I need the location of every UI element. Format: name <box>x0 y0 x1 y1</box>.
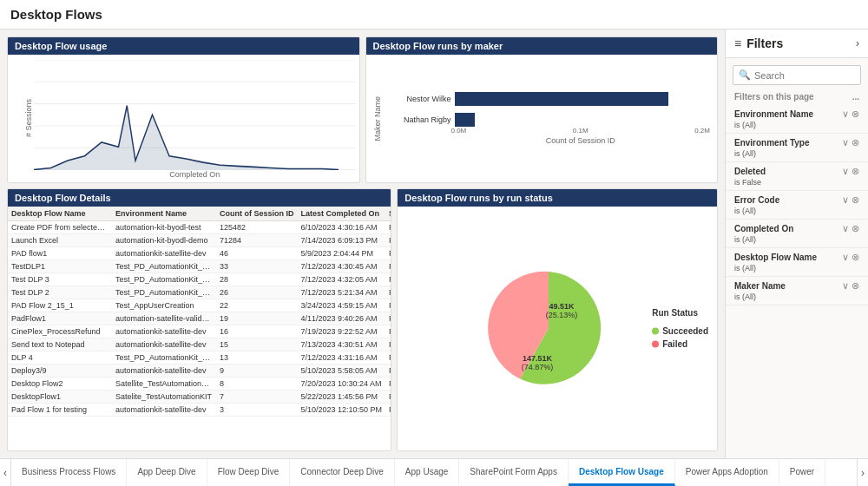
legend-dot-failed <box>652 340 659 347</box>
page-header: Desktop Flows <box>0 0 868 30</box>
usage-y-label: # Sessions <box>24 99 33 137</box>
maker-card-title: Desktop Flow runs by maker <box>366 37 718 55</box>
table-row: CinePlex_ProcessRefundautomationkit-sate… <box>8 325 391 338</box>
table-row: PAD Flow 2_15_1Test_AppUserCreation223/2… <box>8 299 391 312</box>
table-row: Create PDF from selected PDF page(s) - C… <box>8 220 391 233</box>
filters-on-page-label: Filters on this page ... <box>726 92 868 105</box>
table-scroll[interactable]: Desktop Flow Name Environment Name Count… <box>8 207 391 450</box>
pie-svg: 49.51K (25.13%) 147.51K (74.87%) <box>475 259 640 397</box>
table-row: Send text to Notepadautomationkit-satell… <box>8 338 391 351</box>
legend-label-failed: Failed <box>662 339 687 349</box>
col-env-name: Environment Name <box>112 207 216 221</box>
search-box[interactable]: 🔍 <box>733 65 861 85</box>
tab-bar-left-arrow[interactable]: ‹ <box>0 459 11 486</box>
maker-row-nestor: Nestor Wilke <box>389 92 707 106</box>
maker-bar-fill-nestor <box>455 92 669 106</box>
filter-icon: ≡ <box>734 36 741 50</box>
details-table: Desktop Flow Name Environment Name Count… <box>8 207 391 417</box>
tab-power[interactable]: Power <box>779 459 825 486</box>
table-row: DesktopFlow1Satelite_TestAutomationKIT75… <box>8 390 391 403</box>
main-area: Desktop Flow usage # Sessions <box>0 30 868 458</box>
search-icon: 🔍 <box>739 69 751 81</box>
filter-list: Environment Name ∨ ⊗ is (All) Environmen… <box>726 105 868 458</box>
svg-text:(25.13%): (25.13%) <box>546 311 578 319</box>
maker-y-label: Maker Name <box>373 96 382 141</box>
sidebar-header: ≡ Filters › <box>726 30 868 58</box>
sidebar: ≡ Filters › 🔍 Filters on this page ... E… <box>725 30 868 458</box>
maker-name-nathan: Nathan Rigby <box>389 115 451 124</box>
maker-row-nathan: Nathan Rigby <box>389 113 707 127</box>
details-card-title: Desktop Flow Details <box>8 189 391 207</box>
usage-svg: 80K 60K 40K 20K 0K Apr 2023 May 2023 Jun… <box>34 60 356 170</box>
col-latest-completed: Latest Completed On <box>298 207 386 221</box>
search-input[interactable] <box>754 70 868 81</box>
table-row: Desktop Flow2Satellite_TestAutomationKIT… <box>8 377 391 390</box>
usage-card: Desktop Flow usage # Sessions <box>7 36 360 183</box>
details-card: Desktop Flow Details Desktop Flow Name E… <box>7 188 391 451</box>
table-row: PadFlow1automation-satellite-validation1… <box>8 312 391 325</box>
tab-bar-right-arrow[interactable]: › <box>857 459 868 486</box>
top-row: Desktop Flow usage # Sessions <box>7 36 718 183</box>
usage-card-title: Desktop Flow usage <box>8 37 359 55</box>
tab-bar: ‹ Business Process FlowsApp Deep DiveFlo… <box>0 458 868 486</box>
tab-list: Business Process FlowsApp Deep DiveFlow … <box>11 459 825 486</box>
filter-item[interactable]: Error Code ∨ ⊗ is (All) <box>726 191 868 220</box>
col-state: State <box>385 207 391 221</box>
maker-x-axis: 0.0M 0.1M 0.2M <box>385 127 711 135</box>
maker-bar-nathan <box>455 113 707 127</box>
sidebar-collapse-button[interactable]: › <box>856 37 859 49</box>
bottom-row: Desktop Flow Details Desktop Flow Name E… <box>7 188 718 451</box>
filter-item[interactable]: Environment Name ∨ ⊗ is (All) <box>726 105 868 134</box>
maker-bar-fill-nathan <box>455 113 475 127</box>
legend-dot-succeeded <box>652 327 659 334</box>
filter-item[interactable]: Desktop Flow Name ∨ ⊗ is (All) <box>726 248 868 277</box>
filter-item[interactable]: Deleted ∨ ⊗ is False <box>726 162 868 191</box>
maker-name-nestor: Nestor Wilke <box>389 95 451 103</box>
usage-x-label: Completed On <box>34 170 356 181</box>
pie-chart-area: 49.51K (25.13%) 147.51K (74.87%) Run Sta… <box>398 207 717 450</box>
svg-text:49.51K: 49.51K <box>549 302 575 311</box>
status-card-title: Desktop Flow runs by run status <box>398 189 717 207</box>
filters-more-button[interactable]: ... <box>852 92 859 102</box>
filter-item[interactable]: Maker Name ∨ ⊗ is (All) <box>726 277 868 305</box>
svg-text:(74.87%): (74.87%) <box>522 363 554 371</box>
table-row: Test DLP 3Test_PD_AutomationKit_Satelite… <box>8 273 391 286</box>
maker-bars-area: Nestor Wilke Nathan Rigby <box>385 92 711 127</box>
table-body: Create PDF from selected PDF page(s) - C… <box>8 220 391 416</box>
content-area: Desktop Flow usage # Sessions <box>0 30 725 458</box>
table-header-row: Desktop Flow Name Environment Name Count… <box>8 207 391 221</box>
col-session-count: Count of Session ID <box>216 207 298 221</box>
legend-failed: Failed <box>652 339 708 349</box>
legend-label-succeeded: Succeeded <box>662 326 708 336</box>
tab-power-apps-adoption[interactable]: Power Apps Adoption <box>675 459 779 486</box>
tab-app-deep-dive[interactable]: App Deep Dive <box>127 459 207 486</box>
page-title: Desktop Flows <box>10 7 102 22</box>
table-row: Launch Excelautomation-kit-byodl-demo712… <box>8 233 391 246</box>
table-row: Pad Flow 1 for testingautomationkit-sate… <box>8 403 391 416</box>
filter-item[interactable]: Completed On ∨ ⊗ is (All) <box>726 220 868 248</box>
legend-succeeded: Succeeded <box>652 326 708 336</box>
sidebar-title: Filters <box>746 36 851 50</box>
usage-chart-area: # Sessions 80K 60K <box>8 55 359 182</box>
table-row: TestDLP1Test_PD_AutomationKit_Satelite33… <box>8 259 391 273</box>
maker-x-label: Count of Session ID <box>385 135 711 145</box>
status-card: Desktop Flow runs by run status 49.51K <box>397 188 718 451</box>
tab-app-usage[interactable]: App Usage <box>395 459 459 486</box>
line-chart: 80K 60K 40K 20K 0K Apr 2023 May 2023 Jun… <box>34 60 356 170</box>
run-status-label: Run Status <box>652 308 708 318</box>
table-row: PAD flow1automationkit-satellite-dev465/… <box>8 246 391 259</box>
col-flow-name: Desktop Flow Name <box>8 207 112 221</box>
table-row: DLP 4Test_PD_AutomationKit_Satelite137/1… <box>8 351 391 364</box>
tab-flow-deep-dive[interactable]: Flow Deep Dive <box>207 459 291 486</box>
tab-business-process-flows[interactable]: Business Process Flows <box>11 459 127 486</box>
tab-desktop-flow-usage[interactable]: Desktop Flow Usage <box>569 459 675 486</box>
table-row: Test DLP 2Test_PD_AutomationKit_Satelite… <box>8 286 391 299</box>
svg-text:147.51K: 147.51K <box>523 354 553 363</box>
maker-card: Desktop Flow runs by maker Maker Name Ne… <box>365 36 719 183</box>
tab-connector-deep-dive[interactable]: Connector Deep Dive <box>290 459 395 486</box>
pie-legend: Run Status Succeeded Failed <box>652 308 708 349</box>
table-row: Deploy3/9automationkit-satellite-dev95/1… <box>8 364 391 377</box>
maker-bar-nestor <box>455 92 707 106</box>
tab-sharepoint-form-apps[interactable]: SharePoint Form Apps <box>459 459 569 486</box>
filter-item[interactable]: Environment Type ∨ ⊗ is (All) <box>726 134 868 162</box>
